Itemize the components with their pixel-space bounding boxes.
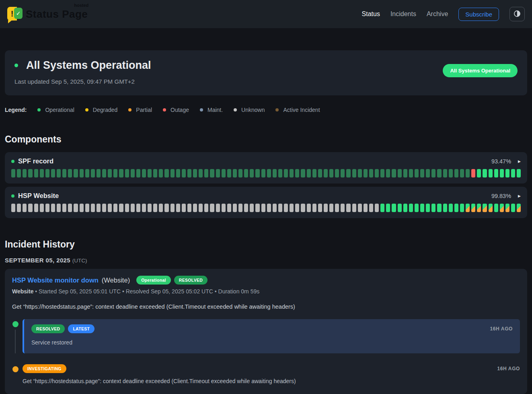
uptime-bar — [40, 204, 44, 212]
uptime-bar — [375, 169, 379, 177]
legend-dot — [128, 108, 131, 111]
uptime-bar — [489, 169, 493, 177]
uptime-bar — [364, 169, 368, 177]
uptime-bar — [62, 169, 66, 177]
uptime-bar — [57, 169, 61, 177]
component-card[interactable]: HSP Website 99.83% ▶ — [5, 187, 527, 218]
incident-meta: Website • Started Sep 05, 2025 05:01 UTC… — [12, 288, 520, 295]
components-list: SPF record 93.47% ▶ HSP Website 99.83% ▶ — [5, 152, 527, 218]
uptime-bar — [187, 204, 191, 212]
uptime-bar — [290, 204, 294, 212]
incident-date: SEPTEMBER 05, 2025 — [5, 257, 70, 264]
uptime-bar — [471, 169, 475, 177]
legend-item: Degraded — [85, 107, 118, 113]
uptime-bar — [97, 204, 101, 212]
uptime-bar — [80, 204, 84, 212]
checkmark-icon: ✓ — [14, 8, 23, 19]
uptime-bar — [23, 204, 27, 212]
uptime-bar — [193, 169, 197, 177]
nav-incidents[interactable]: Incidents — [390, 10, 416, 18]
uptime-bar — [341, 169, 345, 177]
uptime-bar — [426, 169, 430, 177]
uptime-bar — [28, 169, 32, 177]
uptime-bar — [113, 169, 117, 177]
uptime-bar — [517, 169, 521, 177]
legend-item: Unknown — [234, 107, 265, 113]
uptime-bar — [307, 169, 311, 177]
incident-component-suffix: (Website) — [102, 276, 130, 284]
uptime-bar — [346, 169, 350, 177]
uptime-bar — [409, 204, 413, 212]
uptime-bar — [238, 204, 242, 212]
component-uptime-percent: 99.83% — [491, 193, 511, 199]
timeline-node-dot — [12, 321, 18, 327]
uptime-bar — [329, 204, 333, 212]
incident-title-link[interactable]: HSP Website monitor down — [12, 276, 99, 284]
uptime-bar — [460, 169, 464, 177]
uptime-bar — [324, 169, 328, 177]
theme-toggle-button[interactable] — [509, 7, 525, 21]
uptime-bar — [108, 169, 112, 177]
uptime-bar — [255, 169, 259, 177]
brand-name: Status Page — [26, 8, 88, 21]
uptime-bar — [295, 204, 299, 212]
subscribe-button[interactable]: Subscribe — [458, 8, 499, 21]
uptime-bar — [193, 204, 197, 212]
brand-superscript: hosted — [74, 3, 88, 8]
banner-title: All Systems Operational — [26, 59, 151, 72]
uptime-bar — [68, 169, 72, 177]
uptime-bar — [91, 204, 95, 212]
timeline-marker — [12, 364, 18, 384]
uptime-bar — [449, 204, 453, 212]
uptime-bar — [62, 204, 66, 212]
incident-title-row: HSP Website monitor down (Website) Opera… — [12, 276, 520, 285]
timeline-update: INVESTIGATING 16H AGO Get “https://hoste… — [12, 364, 520, 384]
uptime-bar — [415, 169, 419, 177]
uptime-bar — [267, 204, 271, 212]
uptime-bar — [352, 204, 356, 212]
uptime-bar — [278, 204, 282, 212]
uptime-bar — [97, 169, 101, 177]
uptime-bar — [477, 204, 481, 212]
nav-status[interactable]: Status — [362, 10, 380, 18]
uptime-bar — [34, 204, 38, 212]
uptime-bar — [11, 204, 15, 212]
update-body: RESOLVED LATEST 16H AGO Service restored — [23, 319, 520, 353]
nav-archive[interactable]: Archive — [427, 10, 448, 18]
uptime-bar — [273, 204, 277, 212]
uptime-bar — [318, 204, 322, 212]
uptime-bar — [403, 169, 407, 177]
uptime-bar — [216, 169, 220, 177]
header-right: StatusIncidentsArchive Subscribe — [362, 7, 525, 21]
uptime-bar — [210, 169, 214, 177]
uptime-bar — [346, 204, 350, 212]
latest-badge: LATEST — [68, 324, 94, 333]
uptime-bar — [216, 204, 220, 212]
uptime-bar — [102, 169, 106, 177]
legend-dot — [37, 108, 41, 111]
uptime-bar — [45, 204, 49, 212]
uptime-bar — [420, 169, 424, 177]
status-legend: Legend: OperationalDegradedPartialOutage… — [5, 107, 527, 113]
incident-card: HSP Website monitor down (Website) Opera… — [5, 269, 527, 394]
uptime-bar — [91, 169, 95, 177]
chevron-right-icon[interactable]: ▶ — [518, 194, 521, 198]
uptime-bar — [34, 169, 38, 177]
uptime-bar — [199, 169, 203, 177]
uptime-bar — [500, 169, 504, 177]
chevron-right-icon[interactable]: ▶ — [518, 159, 521, 163]
uptime-bar — [364, 204, 368, 212]
uptime-bar — [505, 169, 509, 177]
uptime-bar — [466, 204, 470, 212]
uptime-bar — [182, 169, 186, 177]
uptime-bar — [80, 169, 84, 177]
brand-logo[interactable]: ! ✓ Status Page hosted — [7, 6, 88, 22]
incident-badges: OperationalRESOLVED — [136, 276, 207, 285]
uptime-bar — [57, 204, 61, 212]
uptime-bar — [420, 204, 424, 212]
uptime-bar — [142, 169, 146, 177]
component-card[interactable]: SPF record 93.47% ▶ — [5, 152, 527, 184]
uptime-bar — [443, 169, 447, 177]
status-dot — [14, 64, 18, 67]
uptime-bar — [244, 204, 248, 212]
